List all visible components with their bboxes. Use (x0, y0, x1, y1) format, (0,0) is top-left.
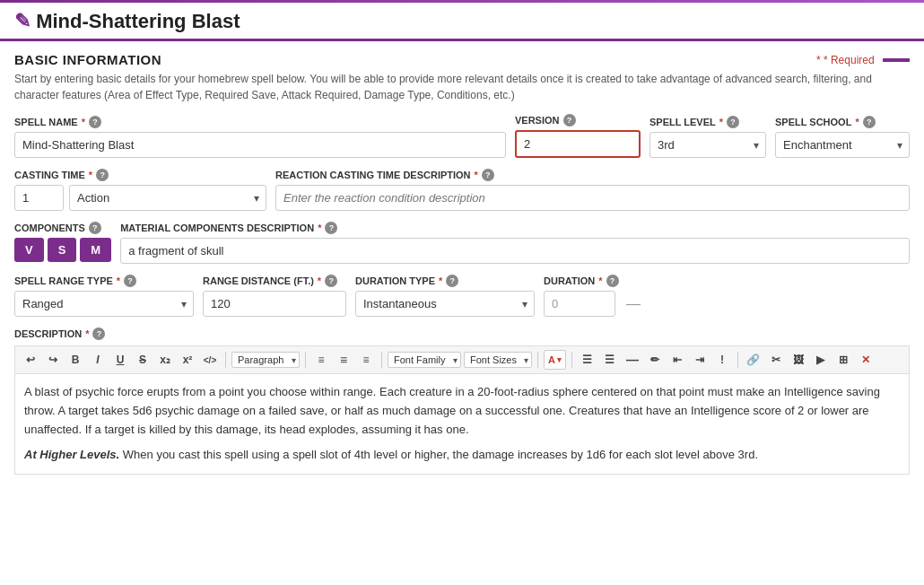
duration-type-group: DURATION TYPE * ? Instantaneous 1 Round … (355, 275, 535, 317)
font-family-select[interactable]: Font Family (388, 352, 461, 368)
undo-button[interactable]: ↩ (21, 350, 40, 370)
section-title: BASIC INFORMATION (14, 52, 161, 67)
casting-type-select-wrapper: Action Bonus Action Reaction 1 Minute 10… (69, 185, 266, 211)
blockquote-button[interactable]: ✏ (645, 350, 665, 370)
duration-separator: — (626, 296, 641, 312)
duration-display-row: — (544, 291, 910, 317)
casting-time-help-icon[interactable]: ? (96, 169, 109, 181)
page-title-text: Mind-Shattering Blast (36, 10, 240, 32)
spell-range-type-label: SPELL RANGE TYPE * ? (14, 275, 194, 287)
reaction-desc-label: REACTION CASTING TIME DESCRIPTION * ? (275, 169, 910, 181)
spell-school-help-icon[interactable]: ? (863, 116, 876, 128)
higher-levels-paragraph: At Higher Levels. When you cast this spe… (24, 446, 900, 465)
spell-range-type-select[interactable]: Self Touch Ranged Sight Unlimited (14, 291, 194, 317)
special-char-button[interactable]: ! (712, 350, 732, 370)
component-m-button[interactable]: M (80, 238, 111, 262)
text-color-icon: A (548, 354, 555, 365)
unlink-button[interactable]: ✂ (766, 350, 786, 370)
toolbar-sep-5 (571, 352, 572, 368)
component-buttons: V S M (14, 238, 111, 262)
ordered-list-button[interactable]: ☰ (600, 350, 620, 370)
description-help-icon[interactable]: ? (92, 327, 105, 340)
align-right-button[interactable]: ≡ (356, 350, 376, 370)
reaction-desc-group: REACTION CASTING TIME DESCRIPTION * ? (275, 169, 910, 211)
hr-button[interactable]: — (623, 350, 642, 370)
page-title: ✎ Mind-Shattering Blast (14, 10, 240, 33)
font-sizes-select[interactable]: Font Sizes (464, 352, 532, 368)
duration-input[interactable] (544, 291, 615, 317)
version-group: VERSION ? (515, 114, 641, 158)
editor-toolbar: ↩ ↪ B I U S x₂ x² </> Paragraph ≡ ≡ ≡ F (14, 345, 910, 373)
spell-level-group: SPELL LEVEL * ? Cantrip 1st 2nd 3rd 4th … (649, 116, 766, 158)
range-distance-input[interactable] (203, 291, 346, 317)
duration-label: DURATION * ? (544, 275, 910, 287)
duration-help-icon[interactable]: ? (606, 275, 619, 287)
spell-level-select-wrapper: Cantrip 1st 2nd 3rd 4th 5th 6th 7th 8th … (649, 132, 766, 158)
version-label: VERSION ? (515, 114, 641, 127)
section-header: BASIC INFORMATION * * Required (14, 52, 910, 67)
required-note: * * Required (816, 54, 910, 66)
required-bar (883, 58, 910, 62)
material-help-icon[interactable]: ? (325, 222, 337, 234)
reaction-help-icon[interactable]: ? (482, 169, 494, 181)
spell-range-type-help-icon[interactable]: ? (124, 275, 136, 287)
spell-name-label: SPELL NAME * ? (14, 116, 506, 128)
spell-level-help-icon[interactable]: ? (727, 116, 739, 128)
section-description: Start by entering basic details for your… (14, 71, 910, 103)
component-v-button[interactable]: V (14, 238, 44, 262)
form-row-names: SPELL NAME * ? VERSION ? SPELL (14, 114, 910, 158)
higher-levels-label: At Higher Levels. (24, 448, 119, 461)
indent-right-button[interactable]: ⇥ (690, 350, 710, 370)
material-desc-group: MATERIAL COMPONENTS DESCRIPTION * ? (120, 222, 910, 264)
align-center-button[interactable]: ≡ (334, 350, 353, 370)
table-button[interactable]: ⊞ (833, 350, 853, 370)
strikethrough-button[interactable]: S (133, 350, 153, 370)
description-label: DESCRIPTION * ? (14, 327, 910, 340)
spell-level-select[interactable]: Cantrip 1st 2nd 3rd 4th 5th 6th 7th 8th … (649, 132, 766, 158)
range-distance-group: RANGE DISTANCE (FT.) * ? (203, 275, 346, 317)
subscript-button[interactable]: x₂ (155, 350, 175, 370)
image-button[interactable]: 🖼 (789, 350, 808, 370)
form-row-components: COMPONENTS ? V S M MATERIAL COMPONENTS D… (14, 222, 910, 264)
casting-time-number-input[interactable] (14, 185, 64, 211)
title-icon: ✎ (14, 10, 36, 32)
material-desc-input[interactable] (120, 238, 910, 264)
code-button[interactable]: </> (200, 350, 220, 370)
version-help-icon[interactable]: ? (563, 114, 576, 127)
spell-range-type-select-wrapper: Self Touch Ranged Sight Unlimited (14, 291, 194, 317)
range-distance-label: RANGE DISTANCE (FT.) * ? (203, 275, 346, 287)
editor-content[interactable]: A blast of psychic force erupts from a p… (14, 373, 910, 475)
redo-button[interactable]: ↪ (43, 350, 63, 370)
align-left-button[interactable]: ≡ (311, 350, 331, 370)
superscript-button[interactable]: x² (178, 350, 197, 370)
duration-type-help-icon[interactable]: ? (446, 275, 458, 287)
description-section: DESCRIPTION * ? ↩ ↪ B I U S x₂ x² </> Pa… (0, 327, 924, 475)
casting-type-select[interactable]: Action Bonus Action Reaction 1 Minute 10… (69, 185, 266, 211)
version-input-wrapper (515, 130, 641, 158)
toolbar-sep-1 (225, 352, 226, 368)
range-distance-help-icon[interactable]: ? (325, 275, 337, 287)
spell-name-group: SPELL NAME * ? (14, 116, 506, 158)
bold-button[interactable]: B (65, 350, 85, 370)
paragraph-select[interactable]: Paragraph (231, 352, 300, 368)
link-button[interactable]: 🔗 (744, 350, 763, 370)
form-row-casting: CASTING TIME * ? Action Bonus Action Rea… (14, 169, 910, 211)
casting-time-group: CASTING TIME * ? Action Bonus Action Rea… (14, 169, 266, 211)
component-s-button[interactable]: S (48, 238, 77, 262)
video-button[interactable]: ▶ (811, 350, 831, 370)
clear-format-button[interactable]: ✕ (856, 350, 876, 370)
components-help-icon[interactable]: ? (89, 222, 101, 234)
text-color-button[interactable]: A ▾ (544, 350, 566, 370)
underline-button[interactable]: U (110, 350, 130, 370)
paragraph-select-wrapper: Paragraph (231, 352, 300, 368)
spell-school-select[interactable]: Abjuration Conjuration Divination Enchan… (775, 132, 910, 158)
spell-name-help-icon[interactable]: ? (89, 116, 101, 128)
italic-button[interactable]: I (88, 350, 108, 370)
duration-type-select[interactable]: Instantaneous 1 Round 1 Minute 10 Minute… (355, 291, 535, 317)
indent-left-button[interactable]: ⇤ (667, 350, 687, 370)
page-wrapper: ✎ Mind-Shattering Blast BASIC INFORMATIO… (0, 0, 924, 585)
version-input[interactable] (517, 132, 624, 156)
spell-name-input[interactable] (14, 132, 506, 158)
reaction-desc-input[interactable] (275, 185, 910, 211)
bullet-list-button[interactable]: ☰ (578, 350, 597, 370)
